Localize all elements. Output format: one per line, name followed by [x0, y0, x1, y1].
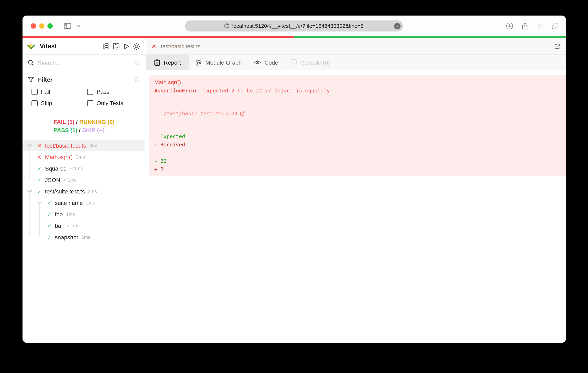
checkbox-icon[interactable] [87, 89, 93, 95]
tab-label: Report [164, 59, 181, 66]
diff-received-value: + 2 [154, 165, 566, 173]
summary-line-1: FAIL (1) / RUNNING (0) [54, 118, 115, 126]
tree-row-snapshot[interactable]: ✓ snapshot 1ms [22, 231, 146, 243]
test-tree: ✕ test/basic.test.ts 3ms ✕ Math.sqrt() 3… [22, 140, 146, 243]
tree-row-label: test/basic.test.ts [45, 142, 86, 149]
filter-checkbox-pass[interactable]: Pass [87, 86, 143, 97]
theme-toggle-icon[interactable] [133, 43, 140, 50]
tree-row-math-sqrt[interactable]: ✕ Math.sqrt() 3ms [22, 151, 146, 163]
tab-module-graph[interactable]: Module Graph [189, 55, 248, 70]
tab-code[interactable]: </> Code [248, 55, 284, 70]
test-progress-bar [22, 36, 566, 38]
tree-row-label: bar [55, 222, 63, 229]
tree-row-basic-test[interactable]: ✕ test/basic.test.ts 3ms [23, 140, 145, 151]
tree-indent-guide [39, 202, 40, 236]
error-name: AssertionError [154, 88, 198, 94]
page-options-icon[interactable] [394, 23, 401, 29]
pass-icon: ✓ [36, 165, 42, 172]
tree-row-squared[interactable]: ✓ Squared < 1ms [22, 163, 146, 174]
tree-row-time: 3ms [89, 143, 98, 148]
filter-checkbox-fail[interactable]: Fail [32, 86, 87, 97]
globe-icon [224, 23, 230, 29]
diff-expected-label: - Expected [154, 133, 566, 141]
chevron-down-icon[interactable] [76, 25, 80, 27]
tree-row-bar[interactable]: ✓ bar < 1ms [22, 220, 146, 231]
tree-row-label: Math.sqrt() [45, 154, 73, 160]
main-panel: ✕ test/basic.test.ts [146, 38, 566, 343]
tree-row-time: 2ms [86, 200, 95, 205]
filter-checkbox-only-tests[interactable]: Only Tests [87, 97, 143, 109]
code-icon: </> [254, 60, 261, 65]
window-close-button[interactable] [31, 23, 36, 29]
open-in-editor-icon[interactable] [554, 43, 560, 49]
tree-row-time: < 1ms [66, 223, 79, 228]
pass-icon: ✓ [46, 211, 52, 218]
filter-checkbox-skip[interactable]: Skip [32, 97, 87, 109]
pass-count: PASS (1) [54, 127, 77, 133]
downloads-icon[interactable] [506, 22, 513, 30]
tree-row-suite-test[interactable]: ✓ test/suite.test.ts 2ms [22, 186, 146, 197]
expand-tree-icon[interactable] [102, 43, 109, 50]
tab-report[interactable]: Report [146, 55, 189, 70]
tab-console[interactable]: Console (0) [284, 55, 336, 70]
screenshot-frame: localhost:51204/__vitest__/#/?file=16484… [0, 0, 588, 373]
pass-icon: ✓ [46, 222, 52, 229]
tree-row-label: snapshot [55, 234, 78, 240]
tab-label: Code [264, 59, 278, 66]
app-title: Vitest [40, 42, 57, 50]
pass-icon: ✓ [46, 234, 52, 240]
open-in-editor-icon[interactable] [240, 95, 289, 133]
failed-test-name: Math.sqrt() [154, 79, 566, 87]
tree-row-foo[interactable]: ✓ foo 1ms [22, 208, 146, 220]
summary-line-2: PASS (1) / SKIP (--) [54, 126, 115, 134]
tab-label: Console (0) [300, 59, 330, 66]
address-bar[interactable]: localhost:51204/__vitest__/#/?file=16484… [185, 21, 403, 31]
tree-row-time: 2ms [88, 189, 97, 194]
tree-row-json[interactable]: ✓ JSON < 1ms [22, 174, 146, 186]
traffic-lights [31, 23, 52, 29]
progress-fail-segment [22, 36, 294, 38]
search-bar[interactable]: Search... [22, 55, 146, 71]
report-icon [154, 59, 160, 66]
report-view: Math.sqrt() AssertionError: expected 2 t… [146, 70, 566, 176]
sidebar-toggle-icon[interactable] [64, 23, 71, 29]
run-all-icon[interactable] [123, 43, 130, 50]
pass-icon: ✓ [46, 200, 52, 206]
test-summary: FAIL (1) / RUNNING (0) PASS (1) / SKIP (… [22, 118, 146, 140]
checkbox-icon[interactable] [32, 89, 38, 95]
filter-section: Filter Fail Pass Skip Only Tests [22, 71, 146, 114]
dashboard-icon[interactable] [113, 43, 119, 50]
window-minimize-button[interactable] [39, 23, 44, 29]
progress-pass-segment [294, 36, 566, 38]
clear-search-filter-icon[interactable] [133, 60, 140, 66]
skip-count: SKIP (--) [82, 127, 105, 133]
error-location-line[interactable]: - /test/basic.test.ts:7:24 [154, 95, 566, 133]
pass-icon: ✓ [36, 177, 42, 183]
tab-overview-icon[interactable] [551, 22, 558, 30]
file-header: ✕ test/basic.test.ts [146, 38, 566, 55]
tree-indent-guide [30, 190, 30, 236]
close-file-icon[interactable]: ✕ [151, 43, 157, 50]
share-icon[interactable] [521, 22, 528, 30]
tree-row-suite-name[interactable]: ✓ suite name 2ms [22, 197, 146, 208]
tree-row-time: < 1ms [64, 177, 76, 182]
checkbox-label: Pass [96, 88, 109, 95]
module-graph-icon [195, 59, 202, 66]
diff-received-label: + Received [154, 141, 566, 149]
search-placeholder: Search... [38, 60, 61, 66]
url-text: localhost:51204/__vitest__/#/?file=16484… [232, 23, 364, 29]
window-zoom-button[interactable] [47, 23, 52, 29]
new-tab-icon[interactable] [536, 22, 543, 30]
checkbox-icon[interactable] [32, 100, 38, 106]
tree-row-label: suite name [55, 200, 83, 206]
tab-label: Module Graph [205, 59, 242, 66]
sidebar: Vitest [22, 38, 146, 343]
error-message: : expected 2 to be 22 // Object.is equal… [198, 88, 330, 94]
checkbox-icon[interactable] [87, 100, 93, 106]
browser-window: localhost:51204/__vitest__/#/?file=16484… [22, 16, 566, 343]
vitest-logo-icon [27, 42, 35, 50]
fail-icon: ✕ [36, 154, 42, 160]
clear-filter-icon[interactable] [133, 77, 140, 83]
funnel-icon [28, 77, 34, 83]
tree-row-time: 3ms [76, 155, 85, 159]
